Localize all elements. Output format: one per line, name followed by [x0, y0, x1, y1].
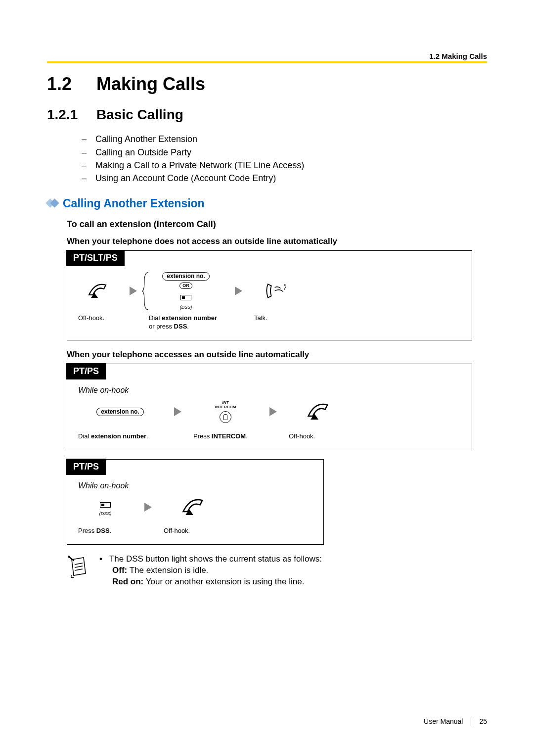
note-icon: [67, 554, 89, 581]
panel-tab: PT/PS: [66, 363, 106, 379]
arrow-icon: [174, 407, 181, 416]
panel-tab: PT/PS: [66, 459, 106, 475]
procedure-panel-1: PT/SLT/PS extension no. OR (DSS): [67, 250, 472, 340]
step-intercom: INT INTERCOM: [193, 401, 258, 423]
note-text: The DSS button light shows the current s…: [99, 554, 322, 588]
brace-icon: [142, 271, 149, 311]
step-offhook: [78, 280, 118, 302]
subsection-number: 1.2.1: [47, 105, 96, 124]
step-offhook: [164, 495, 223, 520]
svg-point-0: [284, 284, 286, 286]
caption-talk: Talk.: [254, 314, 267, 323]
arrow-icon: [130, 286, 137, 295]
footer-page-number: 25: [479, 717, 487, 726]
dss-label: (DSS): [99, 511, 112, 517]
offhook-phone-icon: [86, 280, 110, 302]
caption-dial: Dial extension number or press DSS.: [149, 314, 223, 331]
subsection-heading: 1.2.1Basic Calling: [47, 105, 487, 124]
section-number: 1.2: [47, 72, 96, 96]
procedure-title: To call an extension (Intercom Call): [67, 218, 487, 230]
topic-list: Calling Another Extension Calling an Out…: [47, 133, 487, 185]
section-heading: 1.2Making Calls: [47, 72, 487, 96]
topic-item: Using an Account Code (Account Code Entr…: [82, 172, 487, 185]
page-footer: User Manual 25: [424, 717, 487, 726]
or-label: OR: [179, 283, 192, 289]
arrow-icon: [144, 503, 152, 512]
dss-key-icon: [100, 498, 111, 510]
footer-divider: [471, 717, 471, 726]
arrow-icon: [269, 407, 277, 416]
subsection-title: Basic Calling: [96, 107, 183, 122]
procedure-panel-2: PT/PS While on-hook extension no. INT IN…: [67, 364, 472, 450]
step-talk: [254, 280, 299, 302]
panel-tab: PT/SLT/PS: [66, 250, 125, 266]
topic-item: Making a Call to a Private Network (TIE …: [82, 159, 487, 172]
step-offhook: [289, 399, 348, 424]
condition-text: When your telephone accesses an outside …: [67, 349, 487, 361]
caption-offhook: Off-hook.: [164, 526, 190, 535]
dss-key-icon: [180, 291, 191, 303]
arrow-icon: [235, 286, 242, 295]
offhook-phone-icon: [179, 495, 207, 520]
note-block: The DSS button light shows the current s…: [67, 554, 487, 588]
header-rule: [47, 61, 487, 63]
offhook-phone-icon: [305, 399, 332, 424]
diamond-icon: [47, 198, 58, 209]
procedure-panel-3: PT/PS While on-hook (DSS) Press DSS. Off…: [67, 459, 324, 545]
feature-title: Calling Another Extension: [63, 196, 205, 211]
caption-intercom: Press INTERCOM.: [193, 432, 258, 441]
note-bullet: The DSS button light shows the current s…: [99, 554, 322, 565]
talk-phone-icon: [265, 280, 288, 302]
step-dial: extension no. OR (DSS): [149, 272, 223, 311]
condition-text: When your telephone does not access an o…: [67, 236, 487, 247]
extension-no-button: extension no.: [162, 272, 209, 281]
feature-heading: Calling Another Extension: [47, 196, 487, 211]
while-onhook-label: While on-hook: [78, 480, 312, 491]
step-dss: (DSS): [78, 498, 133, 516]
topic-item: Calling Another Extension: [82, 133, 487, 145]
caption-offhook: Off-hook.: [289, 432, 315, 441]
dss-label: (DSS): [180, 304, 192, 310]
header-breadcrumb: 1.2 Making Calls: [429, 51, 487, 61]
caption-dial-ext: Dial extension number.: [78, 432, 162, 441]
intercom-button-icon: INT INTERCOM: [215, 401, 236, 423]
caption-offhook: Off-hook.: [78, 314, 118, 323]
footer-manual-label: User Manual: [424, 717, 463, 726]
extension-no-button: extension no.: [96, 408, 143, 417]
topic-item: Calling an Outside Party: [82, 146, 487, 159]
step-dial-ext: extension no.: [78, 408, 162, 417]
svg-point-1: [68, 556, 70, 558]
caption-dss: Press DSS.: [78, 526, 133, 535]
section-title: Making Calls: [96, 74, 205, 94]
while-onhook-label: While on-hook: [78, 385, 461, 396]
